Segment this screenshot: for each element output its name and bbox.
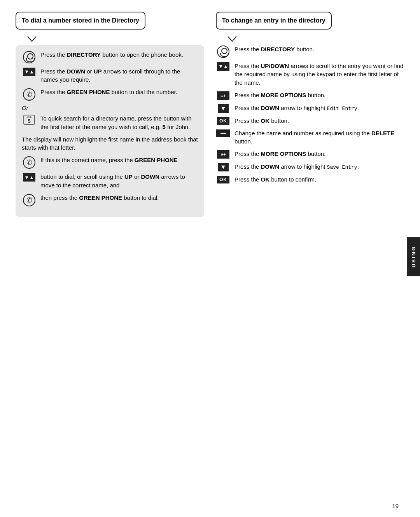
arrows-updown-icon-2: ▼▲ <box>23 173 35 182</box>
right-step-9-bold: OK <box>261 176 270 183</box>
green-phone-bold: GREEN PHONE <box>79 194 122 201</box>
phone-icon-3: ✆ <box>23 194 35 206</box>
right-step-7-icon: ≡+ <box>216 150 231 159</box>
right-step-5-icon: OK <box>216 117 231 125</box>
left-section-header: To dial a number stored in the Directory <box>16 12 145 30</box>
right-step-6-text: Change the name and number as required u… <box>234 129 404 146</box>
left-arrows-row: ▼▲ button to dial, or scroll using the U… <box>22 173 198 190</box>
left-step-3-icon-cell: ✆ <box>22 88 37 101</box>
right-step-4-text: Press the DOWN arrow to highlight Edit E… <box>234 104 404 113</box>
left-if-correct-bold: GREEN PHONE <box>135 157 178 163</box>
left-or-label: Or <box>22 105 198 111</box>
right-step-6: — Change the name and number as required… <box>216 129 404 146</box>
left-header-text: To dial a number stored in the Directory <box>22 17 139 24</box>
right-step-5-bold: OK <box>261 117 270 124</box>
more-options-icon-2: ≡+ <box>217 150 229 159</box>
left-quick-search-text: To quick search for a directory name, pr… <box>40 114 198 131</box>
quick-search-bold: 5 <box>162 124 165 130</box>
left-arrows-text: button to dial, or scroll using the UP o… <box>40 173 198 190</box>
right-step-4-bold: DOWN <box>261 105 280 111</box>
right-step-5: OK Press the OK button. <box>216 117 404 125</box>
right-step-2-bold: UP/DOWN <box>261 63 289 69</box>
right-step-4-icon: ▼ <box>216 104 231 113</box>
down-arrow-icon-2: ▼ <box>218 163 229 171</box>
phone-icon-2: ✆ <box>23 156 35 169</box>
left-section-box: Press the DIRECTORY button to open the p… <box>16 45 204 217</box>
right-step-3: ≡+ Press the MORE OPTIONS button. <box>216 91 404 100</box>
right-steps-area: Press the DIRECTORY button. ▼▲ Press the… <box>216 45 404 184</box>
ok-icon-2: OK <box>217 176 229 183</box>
left-final-phone-cell: ✆ <box>22 194 37 206</box>
arrows-updown-icon-1: ▼▲ <box>23 68 35 76</box>
left-final-phone-row: ✆ then press the GREEN PHONE button to d… <box>22 194 198 206</box>
left-if-correct-text: If this is the correct name, press the G… <box>40 156 198 164</box>
sidebar-using-tab: USING <box>407 237 420 276</box>
right-step-7: ≡+ Press the MORE OPTIONS button. <box>216 150 404 159</box>
left-column: To dial a number stored in the Directory… <box>16 12 204 225</box>
left-step-2-icon-cell: ▼▲ <box>22 68 37 76</box>
phone-icon-1: ✆ <box>23 88 35 101</box>
page-number: 19 <box>392 503 399 509</box>
right-step-3-text: Press the MORE OPTIONS button. <box>234 91 404 100</box>
left-step-2: ▼▲ Press the DOWN or UP arrows to scroll… <box>22 67 198 84</box>
more-options-icon-1: ≡+ <box>217 91 229 100</box>
left-key-icon-cell: JKL 5 <box>22 115 37 125</box>
right-step-8-text: Press the DOWN arrow to highlight Save E… <box>234 162 404 171</box>
right-step-8: ▼ Press the DOWN arrow to highlight Save… <box>216 162 404 171</box>
left-quick-search-row: JKL 5 To quick search for a directory na… <box>22 114 198 131</box>
right-step-7-bold: MORE OPTIONS <box>261 150 306 157</box>
left-step-1-bold: DIRECTORY <box>67 51 101 58</box>
right-step-9: OK Press the OK button to confirm. <box>216 175 404 184</box>
key-5-icon: JKL 5 <box>23 115 35 125</box>
left-step-3-bold: GREEN PHONE <box>67 89 110 95</box>
left-if-correct-phone-cell: ✆ <box>22 156 37 169</box>
or-text: Or <box>22 105 28 111</box>
right-step-1-icon <box>216 45 231 58</box>
right-step-6-bold: DELETE <box>371 130 394 136</box>
right-step-3-bold: MORE OPTIONS <box>261 92 306 98</box>
right-column: To change an entry in the directory Pres… <box>216 12 404 225</box>
right-step-9-text: Press the OK button to confirm. <box>234 175 404 184</box>
save-entry-mono: Save Entry <box>327 164 357 170</box>
right-step-1: Press the DIRECTORY button. <box>216 45 404 58</box>
left-step-1: Press the DIRECTORY button to open the p… <box>22 51 198 63</box>
sidebar-label: USING <box>411 246 416 267</box>
right-step-1-text: Press the DIRECTORY button. <box>234 45 404 54</box>
ok-icon-1: OK <box>217 117 229 125</box>
left-step-1-icon-cell <box>22 51 37 63</box>
right-section-header: To change an entry in the directory <box>216 12 332 30</box>
left-arrows-cell: ▼▲ <box>22 173 37 182</box>
edit-entry-mono: Edit Entry <box>327 106 357 112</box>
key-num-label: 5 <box>28 119 30 124</box>
page-layout: To dial a number stored in the Directory… <box>16 12 404 225</box>
delete-icon: — <box>216 129 230 137</box>
left-step-3: ✆ Press the GREEN PHONE button to dial t… <box>22 88 198 101</box>
left-step-3-text: Press the GREEN PHONE button to dial the… <box>40 88 198 96</box>
directory-icon-1 <box>23 51 35 63</box>
left-step-2-bold2: UP <box>94 68 102 75</box>
directory-icon-2 <box>217 45 229 58</box>
right-step-3-icon: ≡+ <box>216 91 231 100</box>
right-step-4: ▼ Press the DOWN arrow to highlight Edit… <box>216 104 404 113</box>
down-arrow-icon-1: ▼ <box>218 104 229 113</box>
right-step-1-bold: DIRECTORY <box>261 46 295 52</box>
right-header-text: To change an entry in the directory <box>222 17 326 24</box>
left-display-text: The display will now highlight the first… <box>22 135 198 152</box>
down-bold: DOWN <box>141 173 160 180</box>
right-step-8-bold: DOWN <box>261 163 280 170</box>
left-header-container: To dial a number stored in the Directory <box>16 12 204 37</box>
arrows-updown-icon-3: ▼▲ <box>217 62 229 71</box>
right-step-2: ▼▲ Press the UP/DOWN arrows to scroll to… <box>216 62 404 87</box>
right-step-8-icon: ▼ <box>216 163 231 171</box>
right-step-2-text: Press the UP/DOWN arrows to scroll to th… <box>234 62 404 87</box>
right-step-7-text: Press the MORE OPTIONS button. <box>234 150 404 158</box>
left-final-phone-text: then press the GREEN PHONE button to dia… <box>40 194 198 202</box>
left-step-1-text: Press the DIRECTORY button to open the p… <box>40 51 198 59</box>
right-header-pointer-inner <box>229 37 236 41</box>
right-step-2-icon: ▼▲ <box>216 62 231 71</box>
right-step-5-text: Press the OK button. <box>234 117 404 125</box>
right-step-9-icon: OK <box>216 176 231 183</box>
left-step-2-bold1: DOWN <box>67 68 86 75</box>
right-header-container: To change an entry in the directory <box>216 12 404 37</box>
left-step-2-text: Press the DOWN or UP arrows to scroll th… <box>40 67 198 84</box>
